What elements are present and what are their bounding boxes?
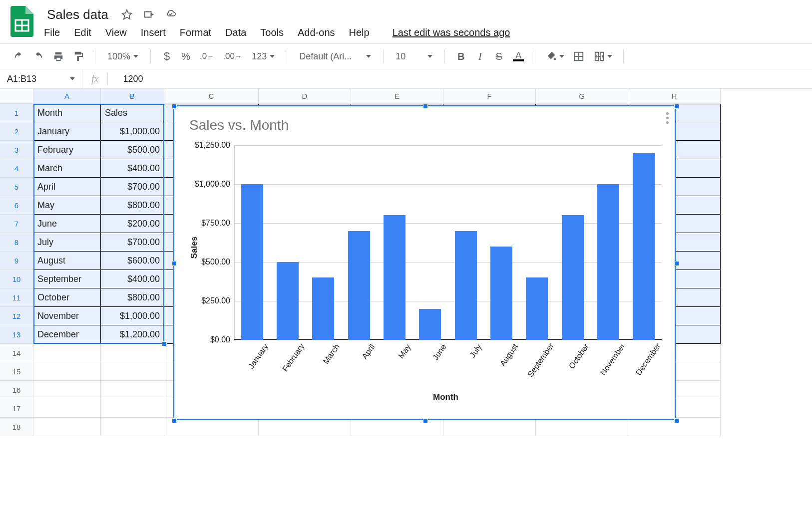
print-button[interactable] (50, 47, 67, 65)
bold-button[interactable]: B (453, 47, 469, 65)
cell-E18[interactable] (351, 418, 443, 436)
cell-A13[interactable]: December (33, 325, 101, 344)
number-format-select[interactable]: 123 (248, 51, 279, 62)
cell-B9[interactable]: $600.00 (101, 252, 164, 270)
spreadsheet-grid[interactable]: ABCDEFGH 1MonthSales2January$1,000.003Fe… (0, 89, 812, 436)
chart-bar[interactable] (241, 184, 263, 340)
chart-bar[interactable] (419, 309, 441, 340)
chart-bar[interactable] (384, 215, 406, 340)
cell-A12[interactable]: November (33, 307, 101, 325)
row-header-4[interactable]: 4 (0, 159, 33, 178)
chart-bar[interactable] (348, 231, 370, 340)
menu-data[interactable]: Data (225, 27, 246, 38)
font-select[interactable]: Default (Ari... (295, 51, 375, 62)
cell-A6[interactable]: May (33, 196, 101, 215)
menu-view[interactable]: View (105, 27, 127, 38)
cell-A10[interactable]: September (33, 270, 101, 288)
chart-resize-handle[interactable] (172, 104, 177, 109)
row-header-7[interactable]: 7 (0, 215, 33, 233)
cell-B16[interactable] (101, 381, 164, 399)
chart-bar[interactable] (633, 153, 655, 340)
chart-resize-handle[interactable] (423, 418, 428, 423)
cell-B15[interactable] (101, 362, 164, 381)
chart-resize-handle[interactable] (172, 418, 177, 423)
italic-button[interactable]: I (472, 47, 488, 65)
cell-A4[interactable]: March (33, 159, 101, 178)
cell-B11[interactable]: $800.00 (101, 288, 164, 307)
chart-resize-handle[interactable] (674, 261, 679, 266)
row-header-14[interactable]: 14 (0, 344, 33, 362)
row-header-11[interactable]: 11 (0, 288, 33, 307)
chart-bar[interactable] (562, 215, 584, 340)
cell-B7[interactable]: $200.00 (101, 215, 164, 233)
embedded-chart[interactable]: Sales vs. Month Sales Month $0.00$250.00… (173, 105, 676, 420)
cell-A9[interactable]: August (33, 252, 101, 270)
cell-A2[interactable]: January (33, 122, 101, 141)
row-header-6[interactable]: 6 (0, 196, 33, 215)
chart-bar[interactable] (526, 277, 548, 340)
sheets-logo-icon[interactable] (9, 4, 35, 39)
cell-B17[interactable] (101, 399, 164, 418)
cell-B5[interactable]: $700.00 (101, 178, 164, 196)
cell-B13[interactable]: $1,200.00 (101, 325, 164, 344)
cell-A8[interactable]: July (33, 233, 101, 252)
cell-B14[interactable] (101, 344, 164, 362)
menu-insert[interactable]: Insert (141, 27, 166, 38)
column-header-H[interactable]: H (628, 89, 721, 104)
merge-cells-button[interactable] (590, 47, 615, 65)
row-header-9[interactable]: 9 (0, 252, 33, 270)
name-box[interactable]: A1:B13 (0, 69, 82, 88)
row-header-3[interactable]: 3 (0, 141, 33, 159)
chart-resize-handle[interactable] (674, 418, 679, 423)
decrease-decimal-button[interactable]: .0← (197, 47, 217, 65)
chart-resize-handle[interactable] (172, 261, 177, 266)
percent-button[interactable]: % (178, 47, 194, 65)
cell-C18[interactable] (164, 418, 259, 436)
menu-file[interactable]: File (44, 27, 60, 38)
cell-B2[interactable]: $1,000.00 (101, 122, 164, 141)
star-icon[interactable] (120, 8, 133, 21)
cell-B8[interactable]: $700.00 (101, 233, 164, 252)
selection-handle[interactable] (162, 341, 167, 346)
fill-color-button[interactable] (543, 47, 567, 65)
currency-button[interactable]: $ (159, 47, 175, 65)
document-title[interactable]: Sales data (44, 6, 111, 23)
row-header-17[interactable]: 17 (0, 399, 33, 418)
row-header-18[interactable]: 18 (0, 418, 33, 436)
cell-B6[interactable]: $800.00 (101, 196, 164, 215)
row-header-15[interactable]: 15 (0, 362, 33, 381)
row-header-1[interactable]: 1 (0, 104, 33, 122)
chart-resize-handle[interactable] (423, 104, 428, 109)
cell-A1[interactable]: Month (33, 104, 101, 122)
text-color-button[interactable]: A (510, 47, 527, 65)
row-header-8[interactable]: 8 (0, 233, 33, 252)
column-header-A[interactable]: A (33, 89, 101, 104)
formula-bar-input[interactable]: 1200 (108, 74, 143, 84)
cell-A11[interactable]: October (33, 288, 101, 307)
cloud-status-icon[interactable] (164, 8, 177, 21)
cell-B1[interactable]: Sales (101, 104, 164, 122)
cell-G18[interactable] (536, 418, 628, 436)
column-header-C[interactable]: C (164, 89, 259, 104)
row-header-2[interactable]: 2 (0, 122, 33, 141)
menu-help[interactable]: Help (349, 27, 370, 38)
row-header-12[interactable]: 12 (0, 307, 33, 325)
cell-A14[interactable] (33, 344, 101, 362)
strikethrough-button[interactable]: S (491, 47, 507, 65)
row-header-5[interactable]: 5 (0, 178, 33, 196)
row-header-13[interactable]: 13 (0, 325, 33, 344)
column-header-B[interactable]: B (101, 89, 164, 104)
menu-edit[interactable]: Edit (74, 27, 91, 38)
cell-A5[interactable]: April (33, 178, 101, 196)
cell-B3[interactable]: $500.00 (101, 141, 164, 159)
column-header-F[interactable]: F (443, 89, 536, 104)
cell-B18[interactable] (101, 418, 164, 436)
font-size-select[interactable]: 10 (392, 51, 436, 62)
cell-F18[interactable] (443, 418, 536, 436)
increase-decimal-button[interactable]: .00→ (220, 47, 245, 65)
redo-button[interactable] (30, 47, 47, 65)
chart-bar[interactable] (597, 184, 619, 340)
cell-A7[interactable]: June (33, 215, 101, 233)
column-header-E[interactable]: E (351, 89, 443, 104)
borders-button[interactable] (570, 47, 587, 65)
